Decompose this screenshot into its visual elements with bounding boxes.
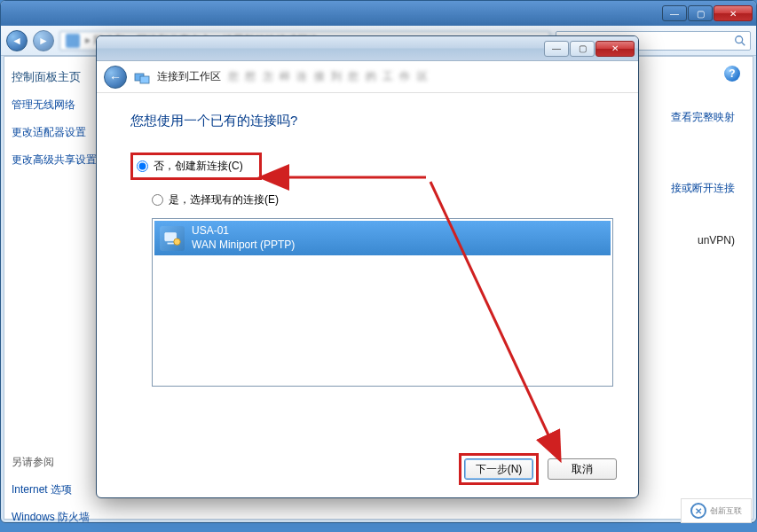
sidebar-heading: 控制面板主页 [12,69,102,85]
cancel-button[interactable]: 取消 [548,458,617,480]
help-icon[interactable]: ? [724,66,740,82]
sidebar: 控制面板主页 管理无线网络 更改适配器设置 更改高级共享设置 另请参阅 Inte… [4,57,109,519]
list-item-name: USA-01 [192,224,295,239]
watermark-text: 创新互联 [710,505,742,517]
list-item-detail: WAN Miniport (PPTP) [192,239,295,253]
parent-minimize-button[interactable]: — [662,5,687,21]
watermark: ✕ 创新互联 [681,498,752,523]
right-link-connect[interactable]: 接或断开连接 [671,181,735,196]
parent-close-button[interactable]: ✕ [714,5,753,21]
svg-line-1 [742,42,745,45]
right-text-vpn: unVPN) [698,234,735,246]
wizard-header-blur-text: 您 想 怎 样 连 接 到 您 的 工 作 区 [228,69,631,84]
wizard-body: 您想使用一个已有的连接吗? 否，创建新连接(C) 是，选择现有的连接(E) US… [97,93,638,395]
sidebar-link-internet-options[interactable]: Internet 选项 [12,482,102,497]
highlight-box-next: 下一步(N) [459,453,539,485]
sidebar-link-adapter[interactable]: 更改适配器设置 [12,125,102,140]
connect-workplace-wizard: — ▢ ✕ ← 连接到工作区 您 想 怎 样 连 接 到 您 的 工 作 区 您… [96,35,639,498]
svg-point-0 [736,35,743,43]
list-item[interactable]: USA-01 WAN Miniport (PPTP) [154,221,611,255]
wizard-question: 您想使用一个已有的连接吗? [130,113,604,129]
radio-existing-connection[interactable]: 是，选择现有的连接(E) [130,192,604,207]
search-icon [734,35,746,47]
wizard-minimize-button[interactable]: — [544,41,569,57]
sidebar-link-sharing[interactable]: 更改高级共享设置 [12,153,102,168]
connection-icon [160,226,185,251]
svg-rect-5 [168,242,174,244]
nav-back-button[interactable]: ◄ [6,30,28,51]
svg-point-6 [174,239,180,245]
radio-existing-label: 是，选择现有的连接(E) [169,192,279,207]
wizard-header: ← 连接到工作区 您 想 怎 样 连 接 到 您 的 工 作 区 [97,61,638,93]
svg-rect-3 [140,76,149,83]
radio-new-connection[interactable]: 否，创建新连接(C) [137,159,243,174]
sidebar-link-wireless[interactable]: 管理无线网络 [12,98,102,113]
connection-list[interactable]: USA-01 WAN Miniport (PPTP) [152,218,613,387]
right-link-map[interactable]: 查看完整映射 [671,110,735,125]
radio-existing-input[interactable] [152,194,163,206]
breadcrumb-icon [66,34,80,48]
radio-new-label: 否，创建新连接(C) [154,159,243,174]
highlight-box-radio: 否，创建新连接(C) [130,153,262,180]
radio-new-input[interactable] [137,160,148,172]
wizard-maximize-button[interactable]: ▢ [570,41,595,57]
sidebar-see-also-heading: 另请参阅 [12,455,102,470]
wizard-footer: 下一步(N) 取消 [97,453,638,485]
workplace-icon [134,69,150,85]
nav-forward-button[interactable]: ► [33,30,54,51]
sidebar-link-firewall[interactable]: Windows 防火墙 [12,510,102,523]
wizard-close-button[interactable]: ✕ [595,41,635,57]
parent-titlebar: — ▢ ✕ [1,1,756,26]
wizard-titlebar: — ▢ ✕ [97,36,638,61]
parent-maximize-button[interactable]: ▢ [688,5,713,21]
list-item-text: USA-01 WAN Miniport (PPTP) [192,224,295,252]
next-button[interactable]: 下一步(N) [464,458,533,480]
wizard-title: 连接到工作区 [157,69,221,84]
watermark-logo-icon: ✕ [690,503,706,519]
wizard-back-button[interactable]: ← [104,66,127,89]
